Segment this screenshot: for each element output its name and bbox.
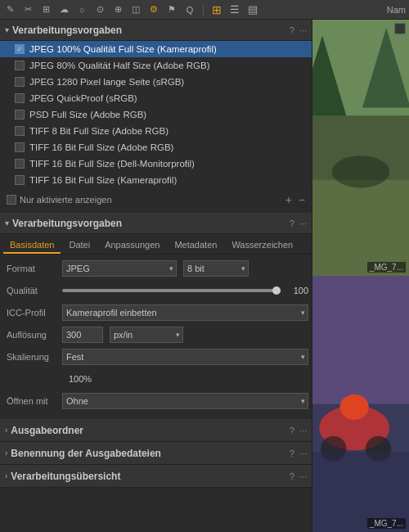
tab-metadaten[interactable]: Metadaten xyxy=(168,237,223,254)
preset-checkbox[interactable] xyxy=(15,126,25,136)
ausgabeordner-dots[interactable]: ··· xyxy=(299,426,307,435)
tab-wasserzeichen[interactable]: Wasserzeichen xyxy=(225,237,299,254)
skalierung-percent-value: 100% xyxy=(65,374,92,384)
aufloesung-input[interactable] xyxy=(62,327,103,343)
aufloesung-unit-select[interactable]: px/in px/cm xyxy=(110,327,183,343)
preset-item[interactable]: TIFF 16 Bit Full Size (Dell-Monitorprofi… xyxy=(0,156,312,172)
preset-item-label: JPEG QuickProof (sRGB) xyxy=(29,93,137,103)
tab-anpassungen[interactable]: Anpassungen xyxy=(98,237,166,254)
detail-dots-icon[interactable]: ··· xyxy=(299,219,307,228)
preset-checkbox[interactable]: ✓ xyxy=(15,44,25,54)
list-view-icon[interactable]: ☰ xyxy=(228,3,241,16)
target-icon[interactable]: ⊙ xyxy=(93,3,106,16)
detail-section-title: Verarbeitungsvorgaben xyxy=(12,218,290,229)
benennung-question[interactable]: ? xyxy=(290,449,294,458)
svg-rect-6 xyxy=(312,276,409,404)
detail-view-icon[interactable]: ▤ xyxy=(246,3,259,16)
detail-question-icon[interactable]: ? xyxy=(290,219,294,228)
preset-item[interactable]: TIFF 16 Bit Full Size (Adobe RGB) xyxy=(0,139,312,156)
benennung-title: Benennung der Ausgabedateien xyxy=(11,448,289,459)
tab-datei[interactable]: Datei xyxy=(62,237,97,254)
photo-upper xyxy=(312,20,409,276)
gear-icon[interactable]: ⚙ xyxy=(147,3,160,16)
skalierung-select-wrapper: Fest Passend Breite Höhe xyxy=(62,349,308,365)
thumbnail-upper-checkbox[interactable] xyxy=(394,23,406,34)
preset-item[interactable]: TIFF 16 Bit Full Size (Kameraprofil) xyxy=(0,172,312,188)
format-label: Format xyxy=(3,264,62,273)
preset-item-label: TIFF 16 Bit Full Size (Adobe RGB) xyxy=(29,142,173,152)
presets-section-header[interactable]: ▾ Verarbeitungsvorgaben ? ··· xyxy=(0,20,312,41)
preset-list-footer: Nur aktivierte anzeigen + − xyxy=(0,188,312,211)
oeffnen-select[interactable]: Ohne Photoshop Lightroom xyxy=(62,393,308,409)
icc-label: ICC-Profil xyxy=(3,308,62,318)
bit-select[interactable]: 8 bit 16 bit xyxy=(183,260,249,277)
thumbnail-lower-label: _MG_7... xyxy=(367,518,406,529)
photo-upper-svg xyxy=(312,20,409,276)
preset-checkbox[interactable] xyxy=(15,77,25,87)
presets-chevron: ▾ xyxy=(5,25,9,34)
verarbeitungsuebersicht-section[interactable]: › Verarbeitungsübersicht ? ··· xyxy=(0,465,312,488)
benennung-chevron: › xyxy=(5,449,7,458)
scissors-icon[interactable]: ✂ xyxy=(21,3,34,16)
preset-checkbox[interactable] xyxy=(15,110,25,119)
preset-item[interactable]: PSD Full Size (Adobe RGB) xyxy=(0,106,312,123)
preset-item[interactable]: JPEG QuickProof (sRGB) xyxy=(0,90,312,106)
preset-item[interactable]: JPEG 1280 Pixel lange Seite (sRGB) xyxy=(0,74,312,90)
verarbeitungsuebersicht-dots[interactable]: ··· xyxy=(299,471,307,481)
benennung-dots[interactable]: ··· xyxy=(299,449,307,458)
thumbnail-lower[interactable]: _MG_7... xyxy=(312,276,409,532)
tab-basisdaten[interactable]: Basisdaten xyxy=(3,237,61,254)
left-panel: ▾ Verarbeitungsvorgaben ? ··· ✓ JPEG 100… xyxy=(0,20,312,532)
remove-preset-button[interactable]: − xyxy=(299,193,305,206)
skalierung-label: Skalierung xyxy=(3,352,62,362)
cloud-icon[interactable]: ☁ xyxy=(57,3,70,16)
preset-item-label: JPEG 100% Qualität Full Size (Kameraprof… xyxy=(29,44,217,54)
preset-checkbox[interactable] xyxy=(15,175,25,185)
preset-checkbox[interactable] xyxy=(15,93,25,103)
preset-item[interactable]: TIFF 8 Bit Full Size (Adobe RGB) xyxy=(0,123,312,139)
ausgabeordner-icons: ? ··· xyxy=(290,426,307,435)
bit-select-wrapper: 8 bit 16 bit xyxy=(183,260,249,277)
ausgabeordner-question[interactable]: ? xyxy=(290,426,294,435)
preset-item[interactable]: JPEG 80% Qualität Half Size (Adobe RGB) xyxy=(0,57,312,74)
detail-chevron: ▾ xyxy=(5,219,9,228)
nur-aktivierte-checkbox[interactable] xyxy=(7,195,16,205)
pencil-icon[interactable]: ✎ xyxy=(3,3,16,16)
flag-icon[interactable]: ⚑ xyxy=(165,3,178,16)
preset-checkbox[interactable] xyxy=(15,142,25,152)
preset-checkbox[interactable] xyxy=(15,159,25,169)
verarbeitungsuebersicht-title: Verarbeitungsübersicht xyxy=(11,471,289,482)
grid-icon[interactable]: ⊞ xyxy=(39,3,52,16)
preset-checkbox[interactable] xyxy=(15,61,25,70)
format-select[interactable]: JPEG TIFF PSD xyxy=(62,260,177,277)
rect-icon[interactable]: ◫ xyxy=(129,3,142,16)
ausgabeordner-section[interactable]: › Ausgabeordner ? ··· xyxy=(0,419,312,442)
skalierung-row: Skalierung Fest Passend Breite Höhe xyxy=(3,348,308,366)
benennung-section[interactable]: › Benennung der Ausgabedateien ? ··· xyxy=(0,442,312,465)
add-preset-button[interactable]: + xyxy=(285,193,292,206)
icc-control: Kameraprofil einbetten sRGB Adobe RGB xyxy=(62,304,308,321)
grid-view-icon[interactable]: ⊞ xyxy=(210,3,223,16)
toolbar-separator xyxy=(203,4,204,16)
qualitaet-slider[interactable] xyxy=(62,289,281,292)
ausgabeordner-title: Ausgabeordner xyxy=(11,425,289,436)
presets-dots-icon[interactable]: ··· xyxy=(299,25,307,35)
preset-item-label: PSD Full Size (Adobe RGB) xyxy=(29,110,146,119)
verarbeitungsuebersicht-question[interactable]: ? xyxy=(290,471,294,481)
toolbar: ✎ ✂ ⊞ ☁ ○ ⊙ ⊕ ◫ ⚙ ⚑ Q ⊞ ☰ ▤ Nam xyxy=(0,0,409,20)
tabs-row: Basisdaten Datei Anpassungen Metadaten W… xyxy=(0,234,312,255)
preset-item[interactable]: ✓ JPEG 100% Qualität Full Size (Kamerapr… xyxy=(0,41,312,57)
oeffnen-row: Öffnen mit Ohne Photoshop Lightroom xyxy=(3,392,308,410)
skalierung-select[interactable]: Fest Passend Breite Höhe xyxy=(62,349,308,365)
detail-section-header[interactable]: ▾ Verarbeitungsvorgaben ? ··· xyxy=(0,213,312,234)
verarbeitungsuebersicht-icons: ? ··· xyxy=(290,471,307,481)
thumbnail-upper[interactable]: _MG_7... xyxy=(312,20,409,276)
q-icon[interactable]: Q xyxy=(183,3,196,16)
plus-circle-icon[interactable]: ⊕ xyxy=(111,3,124,16)
format-select-wrapper: JPEG TIFF PSD xyxy=(62,260,177,277)
icc-select[interactable]: Kameraprofil einbetten sRGB Adobe RGB xyxy=(62,304,308,321)
circle-icon[interactable]: ○ xyxy=(75,3,88,16)
presets-question-icon[interactable]: ? xyxy=(290,25,294,35)
qualitaet-row: Qualität 100 xyxy=(3,282,308,300)
qualitaet-value: 100 xyxy=(285,286,308,295)
